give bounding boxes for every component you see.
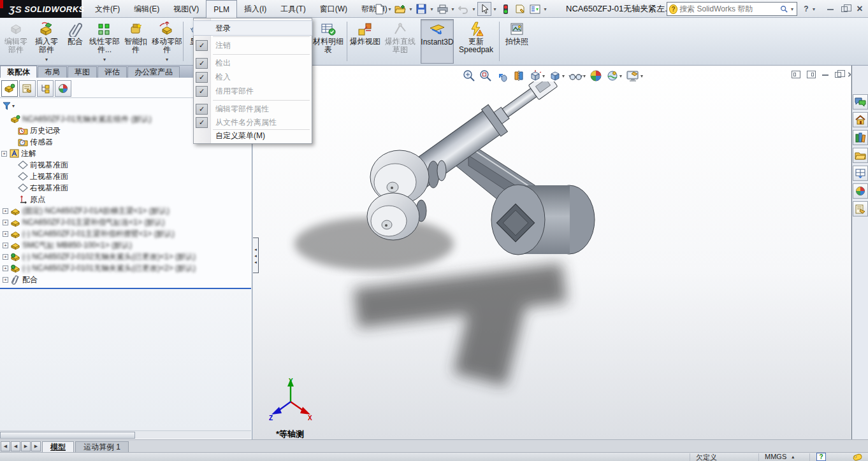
open-button[interactable] — [393, 2, 407, 16]
menu-item-customize-menu[interactable]: 自定义菜单(M) — [194, 129, 312, 143]
new-document-button[interactable] — [372, 2, 386, 16]
menu-plm[interactable]: PLM — [206, 0, 237, 18]
tree-item-front-plane[interactable]: 前视基准面 — [0, 159, 251, 171]
edit-component-button[interactable]: 编辑零部件 — [1, 19, 31, 64]
menu-item-login[interactable]: 登录 — [194, 21, 312, 35]
doc-minimize-button[interactable] — [822, 74, 828, 76]
last-tab-button[interactable]: ▶ — [31, 441, 41, 451]
tree-horizontal-scrollbar[interactable] — [0, 430, 251, 439]
tab-evaluate[interactable]: 评估 — [98, 66, 127, 78]
appearance-manager-tab[interactable] — [55, 80, 71, 97]
model-tab[interactable]: 模型 — [42, 441, 74, 452]
expand-toggle[interactable]: + — [3, 266, 8, 271]
expand-toggle[interactable]: + — [1, 151, 7, 157]
help-search-box[interactable]: ? ▾ — [667, 2, 797, 16]
tree-item-mates[interactable]: + 配合 — [0, 274, 251, 285]
undo-button[interactable] — [456, 2, 470, 16]
next-tab-button[interactable]: ▶ — [21, 441, 31, 451]
motion-study-tab[interactable]: 运动算例 1 — [75, 441, 129, 452]
search-icon[interactable] — [780, 4, 788, 13]
bill-of-materials-button[interactable]: 材料明细表 — [312, 19, 344, 64]
display-style-dropdown[interactable]: ▾ — [562, 73, 565, 79]
configuration-manager-tab[interactable] — [37, 80, 54, 97]
insert-component-button[interactable]: 插入零部件 ▾ — [32, 19, 61, 64]
menu-insert[interactable]: 插入(I) — [237, 0, 273, 18]
display-style-button[interactable]: ▾ — [548, 69, 565, 83]
menu-item-edit-component-properties[interactable]: ✓ 编辑零部件属性 — [194, 102, 312, 116]
open-dropdown[interactable]: ▾ — [408, 6, 414, 12]
first-tab-button[interactable]: ◀ — [1, 441, 10, 451]
move-component-dropdown[interactable]: ▾ — [166, 57, 168, 64]
expand-toggle[interactable]: + — [3, 231, 8, 237]
prev-tab-button[interactable]: ◀ — [11, 441, 20, 451]
menu-item-checkin[interactable]: ✓ 检入 — [194, 70, 312, 84]
save-dropdown[interactable]: ▾ — [429, 6, 435, 12]
new-document-dropdown[interactable]: ▾ — [387, 6, 393, 12]
move-component-button[interactable]: 移动零部件 ▾ — [152, 19, 182, 64]
rebuild-button[interactable] — [498, 2, 512, 16]
menu-file[interactable]: 文件(F) — [88, 0, 127, 18]
menu-tools[interactable]: 工具(T) — [273, 0, 312, 18]
search-input[interactable] — [679, 4, 778, 13]
design-library-pane-button[interactable] — [853, 130, 868, 145]
featuremanager-tree-tab[interactable] — [1, 80, 18, 97]
update-speedpak-button[interactable]: 更新 Speedpak — [455, 19, 497, 64]
tab-sketch[interactable]: 草图 — [68, 66, 97, 78]
tree-item-component[interactable]: + NCA650ZFJ-01主梁补偿气缸连<1> (默认) — [0, 216, 251, 228]
print-button[interactable] — [435, 2, 449, 16]
menu-view[interactable]: 视图(V) — [166, 0, 206, 18]
show-pane-right-button[interactable] — [807, 71, 816, 78]
tree-item-component[interactable]: + (-) NCA650ZFJ-0102无轴夹紧头(已更改)<1> (默认) — [0, 251, 251, 262]
tab-office-products[interactable]: 办公室产品 — [127, 66, 180, 78]
custom-properties-pane-button[interactable] — [853, 201, 868, 216]
apply-scene-button[interactable]: ▾ — [605, 69, 623, 83]
hide-show-items-button[interactable]: ▾ — [568, 69, 586, 83]
tree-item-right-plane[interactable]: 右视基准面 — [0, 182, 251, 194]
resources-pane-button[interactable] — [853, 112, 868, 127]
smart-fasteners-button[interactable]: 智能扣件 — [121, 19, 150, 64]
view-settings-button[interactable]: ▾ — [625, 69, 644, 83]
tag-icon[interactable] — [853, 453, 864, 461]
tree-filter[interactable]: ▾ — [3, 101, 15, 111]
help-dropdown[interactable]: ▾ — [811, 0, 817, 18]
filter-dropdown[interactable]: ▾ — [12, 103, 15, 109]
previous-view-button[interactable] — [495, 69, 509, 83]
show-pane-left-button[interactable] — [792, 71, 800, 78]
apply-scene-dropdown[interactable]: ▾ — [619, 73, 622, 79]
scrollbar-thumb[interactable] — [0, 432, 135, 439]
menu-item-logout[interactable]: ✓ 注销 — [194, 38, 312, 52]
options-button[interactable] — [528, 2, 542, 16]
tab-layout[interactable]: 布局 — [38, 66, 67, 78]
view-palette-pane-button[interactable] — [853, 166, 868, 181]
minimize-button[interactable] — [825, 0, 836, 18]
expand-toggle[interactable]: + — [3, 254, 8, 260]
tree-item-origin[interactable]: 原点 — [0, 194, 251, 205]
doc-close-button[interactable]: × — [848, 71, 851, 78]
units-selector[interactable]: MMGS ▴ — [765, 453, 794, 460]
file-properties-button[interactable] — [513, 2, 527, 16]
linear-pattern-dropdown[interactable]: ▾ — [103, 57, 106, 64]
menu-window[interactable]: 窗口(W) — [313, 0, 354, 18]
view-orientation-dropdown[interactable]: ▾ — [542, 73, 545, 79]
help-button[interactable]: ? — [802, 0, 811, 18]
file-explorer-pane-button[interactable] — [853, 148, 868, 163]
take-snapshot-button[interactable]: 拍快照 — [502, 19, 532, 64]
menu-item-separate-properties[interactable]: ✓ 从文件名分离属性 — [194, 115, 312, 129]
model-end-cylinder[interactable] — [491, 185, 595, 255]
select-button[interactable] — [477, 2, 491, 16]
graphics-viewport[interactable]: ▾ ▾ ▾ ▾ ▾ × ◂ ◂ ◂ Y X Z *等轴测 — [253, 66, 851, 439]
menu-item-borrow-component[interactable]: ✓ 借用零部件 — [194, 84, 312, 98]
instant3d-button[interactable]: Instant3D — [421, 19, 454, 64]
save-button[interactable] — [414, 2, 428, 16]
expand-toggle[interactable]: + — [3, 277, 8, 283]
tree-item-annotations[interactable]: + 注解 — [0, 148, 251, 159]
explode-line-sketch-button[interactable]: 爆炸直线草图 — [382, 19, 418, 64]
hide-show-dropdown[interactable]: ▾ — [583, 73, 586, 79]
view-orientation-button[interactable]: ▾ — [528, 69, 546, 83]
view-settings-dropdown[interactable]: ▾ — [640, 73, 643, 79]
tab-assembly[interactable]: 装配体 — [0, 66, 37, 78]
appearances-pane-button[interactable] — [853, 183, 868, 199]
expand-toggle[interactable]: + — [3, 208, 8, 214]
expand-toggle[interactable]: + — [3, 243, 8, 248]
insert-component-dropdown[interactable]: ▾ — [45, 57, 48, 64]
